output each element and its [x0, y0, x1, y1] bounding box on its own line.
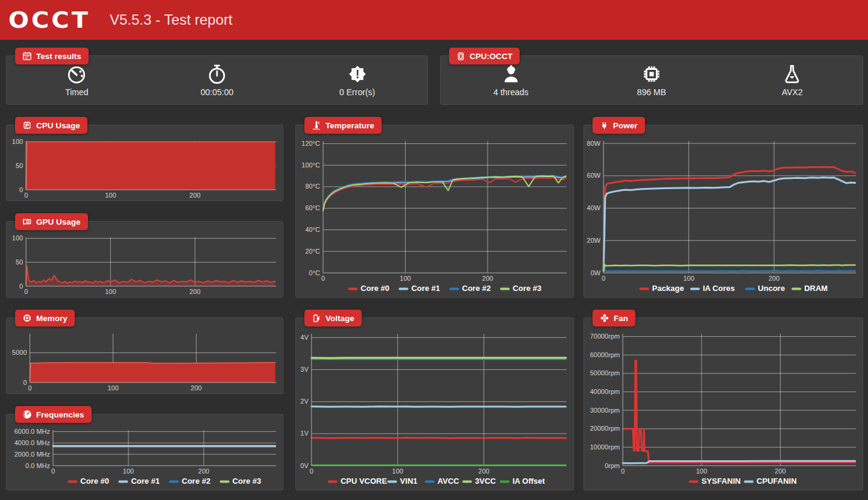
test-duration-item: 00:05:00 [147, 64, 288, 97]
svg-text:4V: 4V [300, 334, 309, 341]
svg-text:10000rpm: 10000rpm [590, 443, 620, 451]
svg-text:Core #0: Core #0 [80, 477, 109, 486]
thermometer-icon [312, 120, 321, 130]
svg-text:0: 0 [51, 467, 55, 475]
test-errors-item: ! 0 Error(s) [287, 64, 427, 97]
svg-text:4000.0 MHz: 4000.0 MHz [14, 439, 50, 446]
temperature-badge: Temperature [304, 117, 382, 134]
svg-text:3V: 3V [300, 366, 309, 373]
badge-label: Temperature [326, 121, 374, 130]
svg-text:60000rpm: 60000rpm [590, 351, 620, 358]
power-panel: Power 0W20W40W60W80W0100200PackageIA Cor… [583, 125, 863, 298]
test-mode-label: Timed [65, 87, 88, 97]
svg-text:80W: 80W [587, 140, 601, 147]
occt-logo: OCCT [8, 7, 90, 33]
svg-text:Core #2: Core #2 [182, 477, 211, 486]
svg-text:20W: 20W [587, 237, 601, 244]
memory-chart: 050000100200 [7, 318, 281, 392]
frequencies-badge: Frequencies [15, 406, 92, 423]
test-duration-label: 00:05:00 [201, 87, 234, 97]
svg-text:0W: 0W [591, 269, 601, 277]
power-chart: 0W20W40W60W80W0100200PackageIA CoresUnco… [584, 125, 861, 296]
memory-chip-icon [641, 64, 662, 84]
fan-badge: Fan [593, 310, 635, 327]
frequencies-panel: Frequencies 0.0 MHz2000.0 MHz4000.0 MHz6… [6, 414, 283, 490]
memory-size-item: 896 MB [581, 64, 722, 97]
svg-text:200: 200 [479, 467, 489, 475]
svg-text:CPU VCORE: CPU VCORE [341, 477, 388, 486]
badge-label: Test results [36, 52, 81, 61]
svg-text:0.0 MHz: 0.0 MHz [25, 462, 50, 469]
fan-icon [600, 313, 609, 323]
badge-label: Fan [614, 314, 628, 323]
svg-text:200: 200 [189, 192, 200, 199]
calendar-icon [22, 51, 32, 61]
svg-text:0: 0 [19, 283, 23, 290]
instruction-set-item: AVX2 [722, 64, 863, 97]
svg-text:100: 100 [696, 467, 707, 475]
svg-text:Core #1: Core #1 [411, 284, 440, 293]
svg-text:0V: 0V [300, 462, 309, 469]
memory-panel: Memory 050000100200 [6, 317, 283, 394]
cpu-occt-badge: CPU:OCCT [449, 48, 520, 64]
svg-text:120°C: 120°C [301, 140, 320, 147]
occt-report-page: OCCT V5.5.3 - Test report Test results T… [0, 0, 868, 500]
svg-text:2V: 2V [300, 398, 309, 405]
svg-text:40W: 40W [587, 204, 601, 211]
svg-text:0: 0 [321, 275, 325, 282]
frequencies-chart: 0.0 MHz2000.0 MHz4000.0 MHz6000.0 MHz010… [7, 414, 281, 489]
svg-text:100: 100 [107, 384, 118, 392]
instruction-set-label: AVX2 [782, 87, 803, 97]
test-results-panel: Test results Timed 00:05:00 ! 0 Error(s) [6, 55, 428, 105]
svg-text:60W: 60W [587, 172, 601, 179]
svg-text:200: 200 [198, 467, 209, 475]
svg-text:50: 50 [16, 162, 23, 169]
badge-label: GPU Usage [36, 217, 81, 227]
svg-text:40°C: 40°C [305, 226, 320, 233]
voltage-badge: Voltage [304, 310, 362, 327]
svg-text:Core #0: Core #0 [360, 284, 389, 293]
svg-text:100: 100 [105, 192, 116, 199]
svg-text:50000rpm: 50000rpm [590, 369, 620, 377]
svg-text:20°C: 20°C [305, 248, 320, 255]
svg-text:0: 0 [24, 288, 28, 295]
svg-text:2000.0 MHz: 2000.0 MHz [14, 451, 50, 458]
svg-text:5000: 5000 [12, 349, 27, 356]
cpu-usage-panel: CPU Usage 0501000100200 [6, 125, 283, 201]
svg-text:100: 100 [123, 467, 134, 475]
memory-chip-icon [22, 313, 32, 323]
badge-label: Power [613, 121, 638, 130]
stopwatch-icon [207, 64, 227, 84]
svg-text:0: 0 [28, 384, 32, 392]
temperature-chart: 0°C20°C40°C60°C80°C100°C120°C0100200Core… [296, 125, 572, 296]
svg-text:100: 100 [105, 288, 116, 295]
svg-text:100: 100 [392, 467, 403, 475]
svg-text:100°C: 100°C [301, 161, 320, 169]
svg-text:0rpm: 0rpm [605, 462, 620, 469]
badge-label: Frequencies [36, 410, 84, 419]
cpu-socket-icon [456, 52, 465, 61]
svg-text:80°C: 80°C [305, 183, 320, 190]
gpu-card-icon [22, 217, 32, 227]
power-badge: Power [593, 117, 645, 134]
test-errors-label: 0 Error(s) [339, 87, 375, 97]
error-rosette-icon: ! [347, 64, 368, 84]
svg-text:50: 50 [16, 258, 23, 266]
fan-panel: Fan 0rpm10000rpm20000rpm30000rpm40000rpm… [583, 317, 863, 490]
gauge-icon [66, 64, 87, 84]
svg-text:CPUFANIN: CPUFANIN [756, 477, 796, 486]
memory-badge: Memory [15, 310, 75, 327]
cpu-usage-badge: CPU Usage [15, 117, 87, 134]
svg-text:Core #1: Core #1 [131, 477, 160, 486]
battery-bolt-icon [312, 313, 321, 323]
badge-label: Voltage [326, 314, 354, 323]
svg-text:200: 200 [189, 288, 200, 295]
svg-text:IA Offset: IA Offset [512, 477, 545, 486]
page-title: V5.5.3 - Test report [110, 11, 233, 28]
svg-text:200: 200 [775, 467, 785, 475]
svg-text:40000rpm: 40000rpm [590, 388, 620, 395]
badge-label: CPU:OCCT [470, 52, 512, 61]
svg-text:0: 0 [19, 186, 23, 193]
svg-text:VIN1: VIN1 [400, 477, 418, 486]
svg-text:Core #3: Core #3 [233, 477, 262, 486]
